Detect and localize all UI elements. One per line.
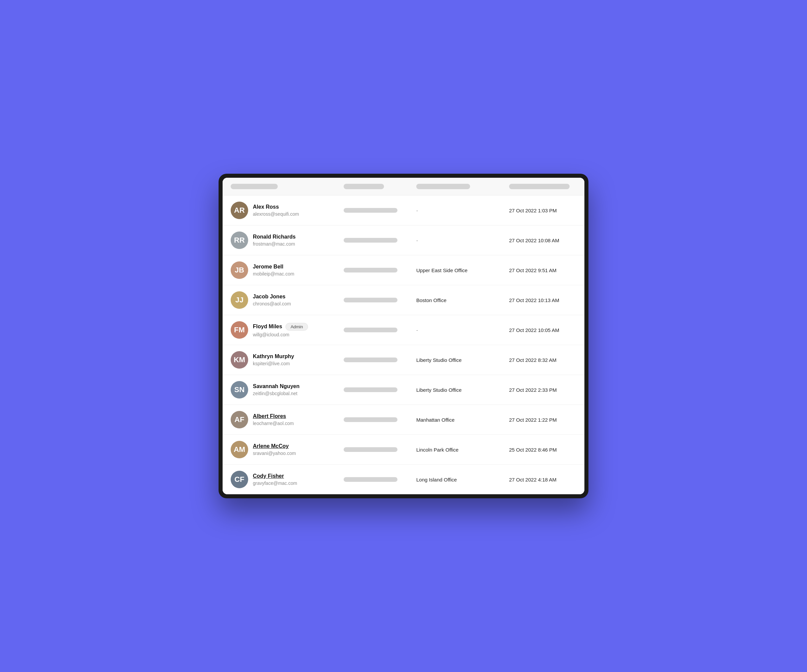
avatar: KM bbox=[231, 351, 248, 369]
user-name: Albert Flores bbox=[253, 413, 294, 419]
header-col-3 bbox=[416, 184, 470, 189]
date-cell: 27 Oct 2022 2:33 PM bbox=[509, 387, 584, 393]
office-cell: Manhattan Office bbox=[416, 417, 504, 423]
user-name: Arlene McCoy bbox=[253, 443, 296, 449]
role-cell bbox=[344, 417, 411, 422]
role-skeleton bbox=[344, 268, 397, 273]
role-cell bbox=[344, 268, 411, 273]
avatar: SN bbox=[231, 381, 248, 399]
avatar: AM bbox=[231, 441, 248, 458]
table-body: ARAlex Rossalexross@sequifi.com-27 Oct 2… bbox=[223, 195, 584, 494]
office-cell: - bbox=[416, 327, 504, 333]
role-skeleton bbox=[344, 238, 397, 243]
user-name: Savannah Nguyen bbox=[253, 383, 300, 389]
header-col-2 bbox=[344, 184, 384, 189]
user-name-text: Alex Ross bbox=[253, 204, 279, 210]
user-email: willg@icloud.com bbox=[253, 332, 308, 337]
table-row[interactable]: JBJerome Bellmobileip@mac.comUpper East … bbox=[223, 255, 584, 285]
date-cell: 27 Oct 2022 10:05 AM bbox=[509, 327, 584, 333]
office-cell: Long Island Office bbox=[416, 477, 504, 482]
avatar: AF bbox=[231, 411, 248, 429]
office-cell: Upper East Side Office bbox=[416, 267, 504, 273]
table-row[interactable]: FMFloyd MilesAdminwillg@icloud.com-27 Oc… bbox=[223, 315, 584, 345]
admin-badge: Admin bbox=[286, 323, 308, 331]
avatar: AR bbox=[231, 202, 248, 219]
office-cell: Lincoln Park Office bbox=[416, 447, 504, 453]
user-name-text: Cody Fisher bbox=[253, 473, 284, 479]
user-cell: JBJerome Bellmobileip@mac.com bbox=[231, 262, 338, 279]
user-info: Arlene McCoysravani@yahoo.com bbox=[253, 443, 296, 456]
user-info: Jacob Joneschronos@aol.com bbox=[253, 294, 291, 306]
office-cell: - bbox=[416, 208, 504, 214]
table-container: ARAlex Rossalexross@sequifi.com-27 Oct 2… bbox=[223, 178, 584, 494]
device-frame: ARAlex Rossalexross@sequifi.com-27 Oct 2… bbox=[219, 174, 588, 498]
user-name-text: Ronald Richards bbox=[253, 234, 296, 240]
user-name: Cody Fisher bbox=[253, 473, 297, 479]
role-cell bbox=[344, 387, 411, 392]
user-info: Cody Fishergravyface@mac.com bbox=[253, 473, 297, 486]
office-cell: - bbox=[416, 238, 504, 243]
office-cell: Liberty Studio Office bbox=[416, 387, 504, 393]
user-info: Albert Floresleocharre@aol.com bbox=[253, 413, 294, 426]
user-cell: JJJacob Joneschronos@aol.com bbox=[231, 291, 338, 309]
user-email: sravani@yahoo.com bbox=[253, 450, 296, 456]
avatar: JB bbox=[231, 262, 248, 279]
table-row[interactable]: ARAlex Rossalexross@sequifi.com-27 Oct 2… bbox=[223, 195, 584, 225]
role-cell bbox=[344, 328, 411, 332]
date-cell: 27 Oct 2022 8:32 AM bbox=[509, 357, 584, 363]
role-skeleton bbox=[344, 358, 397, 362]
user-info: Floyd MilesAdminwillg@icloud.com bbox=[253, 323, 308, 337]
date-cell: 27 Oct 2022 4:18 AM bbox=[509, 477, 584, 482]
user-cell: AFAlbert Floresleocharre@aol.com bbox=[231, 411, 338, 429]
date-cell: 27 Oct 2022 1:22 PM bbox=[509, 417, 584, 423]
user-name-text: Albert Flores bbox=[253, 413, 286, 419]
table-row[interactable]: SNSavannah Nguyenzeitlin@sbcglobal.netLi… bbox=[223, 375, 584, 405]
role-skeleton bbox=[344, 477, 397, 482]
user-name: Jerome Bell bbox=[253, 264, 294, 270]
screen: ARAlex Rossalexross@sequifi.com-27 Oct 2… bbox=[223, 178, 584, 494]
table-row[interactable]: CFCody Fishergravyface@mac.comLong Islan… bbox=[223, 465, 584, 494]
user-cell: ARAlex Rossalexross@sequifi.com bbox=[231, 202, 338, 219]
office-cell: Boston Office bbox=[416, 297, 504, 303]
user-name-text: Floyd Miles bbox=[253, 324, 282, 329]
user-cell: AMArlene McCoysravani@yahoo.com bbox=[231, 441, 338, 458]
date-cell: 27 Oct 2022 10:13 AM bbox=[509, 297, 584, 303]
role-cell bbox=[344, 477, 411, 482]
user-name: Jacob Jones bbox=[253, 294, 291, 300]
user-cell: SNSavannah Nguyenzeitlin@sbcglobal.net bbox=[231, 381, 338, 399]
role-cell bbox=[344, 238, 411, 243]
avatar: RR bbox=[231, 232, 248, 249]
user-name-text: Kathryn Murphy bbox=[253, 353, 294, 359]
date-cell: 27 Oct 2022 10:08 AM bbox=[509, 238, 584, 243]
header-col-4 bbox=[509, 184, 570, 189]
table-row[interactable]: RRRonald Richardsfrostman@mac.com-27 Oct… bbox=[223, 225, 584, 255]
user-cell: KMKathryn Murphykspiteri@live.com bbox=[231, 351, 338, 369]
user-cell: CFCody Fishergravyface@mac.com bbox=[231, 471, 338, 488]
user-info: Alex Rossalexross@sequifi.com bbox=[253, 204, 299, 217]
user-email: zeitlin@sbcglobal.net bbox=[253, 391, 300, 396]
office-cell: Liberty Studio Office bbox=[416, 357, 504, 363]
user-cell: FMFloyd MilesAdminwillg@icloud.com bbox=[231, 321, 338, 339]
user-name: Kathryn Murphy bbox=[253, 353, 294, 359]
role-skeleton bbox=[344, 447, 397, 452]
user-email: kspiteri@live.com bbox=[253, 361, 294, 366]
table-row[interactable]: JJJacob Joneschronos@aol.comBoston Offic… bbox=[223, 285, 584, 315]
user-name-text: Jerome Bell bbox=[253, 264, 284, 270]
user-email: leocharre@aol.com bbox=[253, 421, 294, 426]
table-row[interactable]: AMArlene McCoysravani@yahoo.comLincoln P… bbox=[223, 435, 584, 465]
avatar: JJ bbox=[231, 291, 248, 309]
avatar: FM bbox=[231, 321, 248, 339]
user-info: Jerome Bellmobileip@mac.com bbox=[253, 264, 294, 276]
date-cell: 27 Oct 2022 9:51 AM bbox=[509, 267, 584, 273]
role-skeleton bbox=[344, 417, 397, 422]
user-email: mobileip@mac.com bbox=[253, 271, 294, 276]
table-row[interactable]: KMKathryn Murphykspiteri@live.comLiberty… bbox=[223, 345, 584, 375]
user-name-text: Savannah Nguyen bbox=[253, 383, 300, 389]
user-email: alexross@sequifi.com bbox=[253, 211, 299, 217]
user-cell: RRRonald Richardsfrostman@mac.com bbox=[231, 232, 338, 249]
user-name-text: Jacob Jones bbox=[253, 294, 286, 300]
avatar: CF bbox=[231, 471, 248, 488]
table-row[interactable]: AFAlbert Floresleocharre@aol.comManhatta… bbox=[223, 405, 584, 435]
role-cell bbox=[344, 208, 411, 213]
user-email: gravyface@mac.com bbox=[253, 480, 297, 486]
